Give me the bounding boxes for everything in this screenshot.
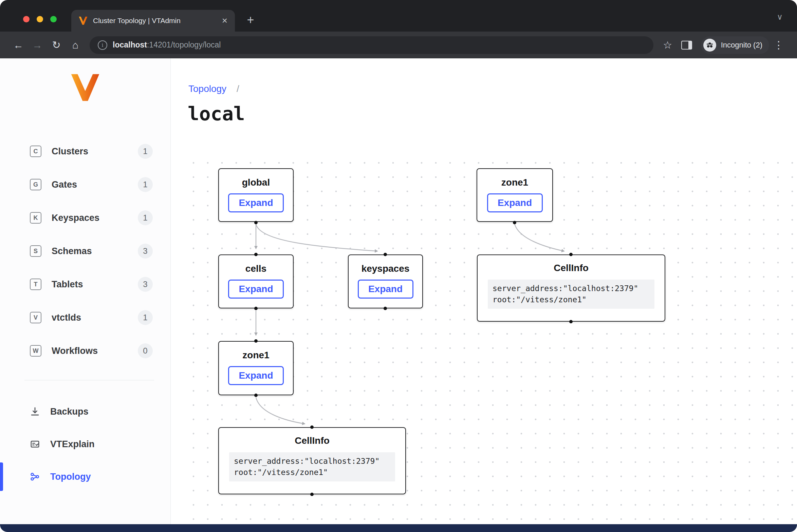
main-content: Topology / local global Expand zone1 Exp… — [171, 58, 797, 524]
keyspaces-icon: K — [30, 212, 41, 224]
workflows-icon: W — [30, 345, 41, 357]
sidebar-item-label: Topology — [50, 472, 91, 482]
vtexplain-icon — [29, 438, 41, 450]
code-line: server_address:"localhost:2379" — [234, 457, 379, 466]
new-tab-button[interactable]: + — [243, 13, 258, 27]
sidebar-item-label: Tablets — [52, 279, 83, 290]
incognito-badge[interactable]: Incognito (2) — [701, 36, 769, 54]
tab-strip: Cluster Topology | VTAdmin × + ∨ — [0, 0, 797, 32]
breadcrumb-separator: / — [237, 83, 239, 94]
gates-icon: G — [30, 179, 41, 190]
vitess-favicon — [79, 16, 88, 25]
node-title: zone1 — [219, 350, 293, 361]
node-title: cells — [219, 263, 293, 274]
browser-menu-icon[interactable]: ⋮ — [769, 36, 788, 55]
page-title: local — [188, 102, 245, 125]
code-line: root:"/vitess/zone1" — [234, 468, 328, 477]
sidebar-item-gates[interactable]: G Gates 1 — [0, 168, 170, 201]
vtadmin-app: C Clusters 1 G Gates 1 K Keyspaces 1 S S… — [0, 58, 797, 524]
expand-button-keyspaces[interactable]: Expand — [358, 280, 413, 299]
expand-button-cells[interactable]: Expand — [228, 280, 284, 299]
home-icon[interactable]: ⌂ — [66, 36, 85, 55]
sidebar-item-schemas[interactable]: S Schemas 3 — [0, 234, 170, 268]
sidebar-item-keyspaces[interactable]: K Keyspaces 1 — [0, 201, 170, 234]
tab-list-chevron-icon[interactable]: ∨ — [777, 12, 783, 22]
node-cellinfo-bottom: CellInfo server_address:"localhost:2379"… — [218, 427, 406, 494]
sidebar-item-label: Gates — [52, 179, 77, 190]
sidebar-item-tablets[interactable]: T Tablets 3 — [0, 268, 170, 301]
window-controls[interactable] — [23, 16, 57, 22]
sidebar-item-backups[interactable]: Backups — [0, 395, 170, 428]
browser-tab[interactable]: Cluster Topology | VTAdmin × — [71, 10, 235, 32]
sidebar-item-workflows[interactable]: W Workflows 0 — [0, 334, 170, 367]
node-title: global — [219, 177, 293, 188]
sidebar-divider — [24, 380, 154, 380]
node-global: global Expand — [218, 168, 294, 222]
sidebar-item-label: vtctlds — [52, 312, 81, 323]
expand-button-global[interactable]: Expand — [228, 193, 284, 212]
sidebar-item-clusters[interactable]: C Clusters 1 — [0, 135, 170, 168]
browser-window: Cluster Topology | VTAdmin × + ∨ ← → ↻ ⌂… — [0, 0, 797, 532]
url-host: localhost — [113, 40, 147, 49]
secondary-nav: Backups VTExplain Topology — [0, 395, 170, 493]
vtctlds-icon: V — [30, 312, 41, 323]
minimize-window-button[interactable] — [37, 16, 43, 22]
sidebar-item-label: Backups — [50, 406, 89, 417]
active-indicator — [0, 462, 3, 491]
schemas-icon: S — [30, 245, 41, 257]
tab-title: Cluster Topology | VTAdmin — [93, 17, 221, 25]
url-bar[interactable]: i localhost:14201/topology/local — [90, 36, 653, 54]
url-text: localhost:14201/topology/local — [113, 40, 221, 50]
side-panel-icon[interactable] — [677, 36, 696, 55]
primary-nav: C Clusters 1 G Gates 1 K Keyspaces 1 S S… — [0, 135, 170, 367]
count-badge: 3 — [138, 244, 153, 259]
incognito-icon — [703, 39, 716, 52]
expand-button-zone1-top[interactable]: Expand — [487, 193, 543, 212]
code-line: server_address:"localhost:2379" — [493, 284, 638, 293]
zoom-window-button[interactable] — [50, 16, 57, 22]
sidebar-item-label: Keyspaces — [52, 213, 99, 223]
node-zone1-bottom: zone1 Expand — [218, 341, 294, 395]
back-icon[interactable]: ← — [9, 36, 28, 55]
cellinfo-code: server_address:"localhost:2379"root:"/vi… — [229, 452, 395, 481]
sidebar-item-label: VTExplain — [50, 439, 95, 450]
clusters-icon: C — [30, 146, 41, 157]
close-tab-icon[interactable]: × — [221, 16, 229, 25]
node-cellinfo-right: CellInfo server_address:"localhost:2379"… — [477, 254, 665, 322]
page-footer — [0, 524, 797, 532]
reload-icon[interactable]: ↻ — [47, 36, 66, 55]
expand-button-zone1-bottom[interactable]: Expand — [228, 366, 284, 385]
node-title: CellInfo — [219, 435, 405, 446]
count-badge: 1 — [138, 210, 153, 225]
download-icon — [29, 406, 41, 417]
sidebar-item-vtexplain[interactable]: VTExplain — [0, 428, 170, 460]
node-keyspaces: keyspaces Expand — [348, 254, 423, 308]
node-title: keyspaces — [349, 263, 422, 274]
count-badge: 3 — [138, 277, 153, 292]
sidebar-item-topology[interactable]: Topology — [0, 460, 170, 493]
close-window-button[interactable] — [23, 16, 30, 22]
tablets-icon: T — [30, 279, 41, 290]
count-badge: 0 — [138, 343, 153, 358]
site-info-icon[interactable]: i — [98, 40, 107, 50]
sidebar: C Clusters 1 G Gates 1 K Keyspaces 1 S S… — [0, 58, 171, 524]
cellinfo-code: server_address:"localhost:2379"root:"/vi… — [488, 280, 654, 309]
node-title: zone1 — [477, 177, 552, 188]
sidebar-item-label: Schemas — [52, 246, 92, 256]
node-title: CellInfo — [478, 263, 665, 273]
side-panel-glyph — [681, 41, 692, 50]
url-path: :14201/topology/local — [147, 40, 221, 49]
incognito-label: Incognito (2) — [721, 41, 762, 50]
forward-icon[interactable]: → — [28, 36, 47, 55]
sidebar-item-vtctlds[interactable]: V vtctlds 1 — [0, 301, 170, 334]
topology-icon — [29, 471, 41, 482]
node-cells: cells Expand — [218, 254, 294, 308]
count-badge: 1 — [138, 144, 153, 159]
vitess-logo — [71, 73, 100, 102]
breadcrumb-topology-link[interactable]: Topology — [188, 83, 226, 94]
browser-toolbar: ← → ↻ ⌂ i localhost:14201/topology/local… — [0, 32, 797, 58]
sidebar-item-label: Workflows — [52, 346, 98, 356]
sidebar-item-label: Clusters — [52, 146, 88, 157]
bookmark-star-icon[interactable]: ☆ — [658, 36, 677, 55]
code-line: root:"/vitess/zone1" — [493, 295, 587, 304]
